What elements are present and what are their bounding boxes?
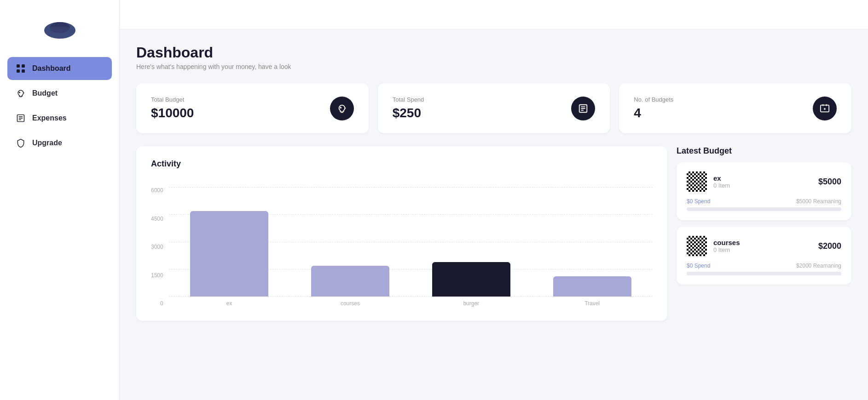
x-label-courses: courses [295,300,406,307]
logo [0,11,119,57]
progress-bar-bg-ex [687,207,841,211]
sidebar-item-expenses-label: Expenses [32,114,67,122]
progress-bar-bg-courses [687,272,841,275]
bar-courses [311,266,389,297]
x-label-travel: Travel [536,300,648,307]
budget-spend-ex: $0 Spend [687,198,710,205]
budget-item-checker-ex [687,171,707,192]
stat-label-budget: Total Budget [151,96,194,103]
budget-spend-courses: $0 Spend [687,263,710,269]
svg-rect-5 [17,69,20,73]
svg-rect-3 [17,64,20,68]
stat-value-num: 4 [634,106,673,120]
budget-item-courses[interactable]: courses 0 Item $2000 $0 Spend $2000 Ream… [677,227,851,285]
budget-item-ex[interactable]: ex 0 Item $5000 $0 Spend $5000 Reamaning [677,162,851,220]
stat-icon-spend [571,97,595,120]
content-area: Dashboard Here's what's happening with y… [120,29,868,336]
svg-rect-4 [22,64,25,68]
budget-remaining-courses: $2000 Reamaning [796,263,841,269]
stat-info-budget: Total Budget $10000 [151,96,194,120]
latest-budget-title: Latest Budget [677,146,851,156]
activity-title: Activity [151,159,653,169]
budget-item-top-courses: courses 0 Item $2000 [687,236,841,256]
stats-row: Total Budget $10000 Total Spend $250 [136,83,851,133]
bar-ex [190,211,268,297]
budget-item-footer-ex: $0 Spend $5000 Reamaning [687,198,841,205]
activity-card: Activity 6000 4500 3000 1500 0 [136,146,667,321]
stat-card-num-budgets: No. of Budgets 4 [619,83,851,133]
budget-item-count-ex: 0 Item [713,182,812,189]
chart-content: ex courses burger Travel [169,187,653,307]
svg-point-2 [44,27,75,34]
chart-y-axis: 6000 4500 3000 1500 0 [151,187,163,307]
sidebar-item-upgrade[interactable]: Upgrade [7,131,112,154]
budget-item-info-ex: ex 0 Item [713,174,812,189]
stat-icon-budget [330,97,354,120]
stat-info-spend: Total Spend $250 [393,96,424,120]
bars-container [169,187,653,297]
budget-item-footer-courses: $0 Spend $2000 Reamaning [687,263,841,269]
budget-item-count-courses: 0 Item [713,246,812,253]
sidebar: Dashboard Budget [0,0,120,400]
svg-point-18 [824,108,826,110]
y-label-3000: 3000 [151,244,163,250]
bar-group-travel [536,187,648,297]
svg-point-7 [19,92,20,93]
bar-travel [553,276,631,297]
budget-item-name-ex: ex [713,174,812,182]
piggy-bank-icon [16,88,26,98]
bar-group-courses [295,187,406,297]
sidebar-item-budget-label: Budget [32,89,58,97]
shield-icon [16,138,26,148]
chart-area: 6000 4500 3000 1500 0 [151,178,653,307]
bar-group-ex [174,187,285,297]
stat-card-total-spend: Total Spend $250 [378,83,610,133]
sidebar-item-dashboard-label: Dashboard [32,64,71,73]
chart-x-labels: ex courses burger Travel [169,297,653,307]
budget-item-amount-courses: $2000 [818,241,841,251]
sidebar-item-dashboard[interactable]: Dashboard [7,57,112,80]
y-label-0: 0 [160,300,163,307]
main-content: Dashboard Here's what's happening with y… [120,0,868,400]
page-title: Dashboard [136,44,851,61]
budget-remaining-ex: $5000 Reamaning [796,198,841,205]
topbar [120,0,868,29]
svg-rect-6 [22,69,25,73]
bottom-section: Activity 6000 4500 3000 1500 0 [136,146,851,321]
y-label-1500: 1500 [151,272,163,279]
stat-info-num: No. of Budgets 4 [634,96,673,120]
budget-item-info-courses: courses 0 Item [713,239,812,253]
latest-budget-panel: Latest Budget ex 0 Item $5000 $0 Spend $… [677,146,851,321]
grid-icon [16,63,26,74]
bar-group-burger [415,187,527,297]
chart-grid [169,187,653,297]
stat-icon-num [813,97,837,120]
y-label-6000: 6000 [151,187,163,194]
svg-point-12 [340,107,341,108]
budget-item-top-ex: ex 0 Item $5000 [687,171,841,192]
sidebar-item-expenses[interactable]: Expenses [7,107,112,130]
y-label-4500: 4500 [151,216,163,222]
stat-label-num: No. of Budgets [634,96,673,103]
sidebar-item-budget[interactable]: Budget [7,82,112,105]
page-subtitle: Here's what's happening with your money,… [136,63,851,70]
stat-value-budget: $10000 [151,106,194,120]
budget-item-name-courses: courses [713,239,812,246]
bar-burger [432,262,510,297]
stat-label-spend: Total Spend [393,96,424,103]
list-icon [16,113,26,123]
budget-item-amount-ex: $5000 [818,177,841,187]
sidebar-item-upgrade-label: Upgrade [32,139,62,147]
sidebar-nav: Dashboard Budget [0,57,119,154]
stat-value-spend: $250 [393,106,424,120]
budget-item-checker-courses [687,236,707,256]
x-label-ex: ex [174,300,285,307]
x-label-burger: burger [415,300,527,307]
stat-card-total-budget: Total Budget $10000 [136,83,369,133]
app-logo [43,18,76,42]
